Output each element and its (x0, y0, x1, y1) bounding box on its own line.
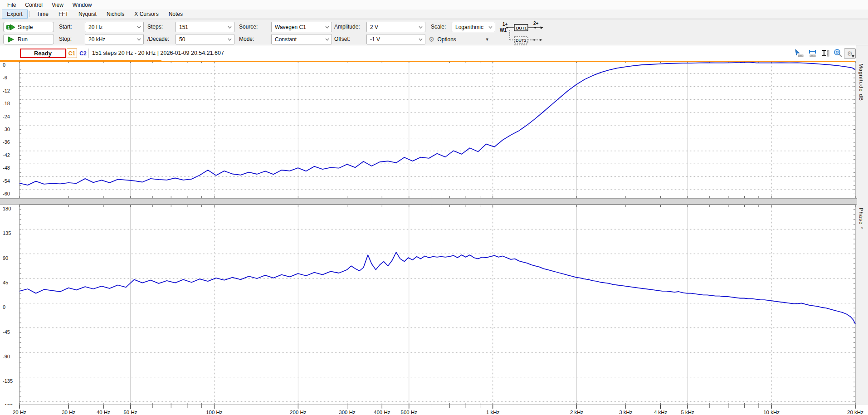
view-tab-bar: Export Time FFT Nyquist Nichols X Cursor… (0, 10, 868, 19)
chevron-down-icon (325, 26, 329, 29)
dut-w1-label: W1 (500, 28, 507, 33)
menu-control[interactable]: Control (20, 0, 47, 10)
phase-curve (20, 252, 855, 324)
plot-splitter-handle[interactable] (0, 198, 857, 205)
horizontal-ruler-icon[interactable] (807, 48, 818, 58)
y-tick-label: -48 (3, 165, 10, 171)
source-combobox[interactable]: Wavegen C1 (271, 22, 332, 32)
tab-nyquist[interactable]: Nyquist (73, 10, 102, 19)
dut-output-label: 2+ (533, 21, 539, 26)
steps-combobox[interactable]: 151 (176, 22, 234, 32)
magnitude-axis-title: Magnitude dB (858, 63, 864, 101)
stop-label: Stop: (59, 34, 72, 44)
single-button-label: Single (18, 24, 33, 30)
chevron-down-icon (419, 26, 423, 29)
x-tick-label: 20 Hz (13, 410, 26, 415)
chevron-down-icon (325, 38, 329, 41)
menu-bar: File Control View Window (0, 0, 868, 10)
y-tick-label: 45 (3, 280, 8, 285)
x-tick-label: 20 kHz (847, 410, 863, 415)
tab-nichols[interactable]: Nichols (102, 10, 129, 19)
y-tick-label: -135 (3, 378, 13, 384)
single-button[interactable]: 1 Single (3, 22, 54, 32)
options-label: Options (437, 36, 456, 43)
y-tick-label: -18 (3, 101, 10, 106)
channel1-toggle[interactable]: C1 (67, 49, 77, 58)
tab-export[interactable]: Export (2, 10, 28, 19)
offset-value: -1 V (370, 36, 380, 43)
y-tick-label: 90 (3, 255, 8, 261)
chevron-down-icon (419, 38, 423, 41)
frequency-axis: 20 Hz30 Hz40 Hz50 Hz100 Hz200 Hz300 Hz40… (0, 405, 868, 415)
stop-combobox[interactable]: 20 kHz (85, 34, 144, 44)
acquisition-toolbar: 1 Single Run Start: 20 Hz Steps: 151 Sou… (0, 19, 868, 45)
steps-value: 151 (179, 24, 188, 30)
x-tick-label: 5 kHz (681, 410, 694, 415)
amplitude-label: Amplitude: (334, 22, 360, 32)
status-bar: Ready C1 C2 151 steps 20 Hz - 20 kHz | 2… (0, 45, 868, 61)
y-tick-label: -60 (3, 191, 10, 196)
chevron-down-icon (228, 26, 232, 29)
y-tick-label: -36 (3, 139, 10, 145)
tab-time[interactable]: Time (32, 10, 54, 19)
start-value: 20 Hz (88, 24, 102, 30)
mode-label: Mode: (239, 34, 254, 44)
single-play-icon: 1 (6, 24, 15, 30)
options-button[interactable]: ⚙ Options ▼ (429, 34, 489, 44)
decade-label: /Decade: (147, 34, 169, 44)
x-tick-label: 4 kHz (654, 410, 668, 415)
x-tick-label: 100 Hz (206, 410, 223, 415)
decade-combobox[interactable]: 50 (176, 34, 234, 44)
chevron-down-icon (137, 26, 141, 29)
steps-label: Steps: (147, 22, 163, 32)
sweep-info-text: 151 steps 20 Hz - 20 kHz | 2026-01-09 20… (92, 49, 224, 58)
cursor-tool-icon[interactable] (794, 48, 805, 58)
x-tick-label: 10 kHz (763, 410, 780, 415)
chevron-down-icon (228, 38, 232, 41)
phase-axis-title: Phase ° (858, 208, 864, 229)
y-tick-label: -30 (3, 127, 10, 132)
menu-file[interactable]: File (3, 0, 20, 10)
stop-value: 20 kHz (88, 36, 105, 43)
scale-value: Logarithmic (455, 24, 483, 30)
magnitude-plot[interactable]: 0-6-12-18-24-30-36-42-48-54-60 (0, 61, 868, 198)
tab-x-cursors[interactable]: X Cursors (129, 10, 163, 19)
source-value: Wavegen C1 (275, 24, 306, 30)
svg-text:1: 1 (8, 25, 10, 29)
scale-combobox[interactable]: Logarithmic (452, 22, 495, 32)
x-tick-label: 200 Hz (290, 410, 307, 415)
run-play-icon (6, 36, 15, 43)
run-button[interactable]: Run (3, 34, 54, 44)
zoom-settings-icon[interactable] (833, 48, 844, 58)
offset-combobox[interactable]: -1 V (366, 34, 425, 44)
channel2-toggle[interactable]: C2 (78, 49, 89, 58)
y-tick-label: -54 (3, 178, 10, 184)
y-tick-label: 135 (3, 230, 11, 236)
start-combobox[interactable]: 20 Hz (85, 22, 144, 32)
menu-window[interactable]: Window (68, 0, 97, 10)
status-badge: Ready (20, 49, 66, 58)
x-tick-label: 300 Hz (339, 410, 356, 415)
y-tick-label: -42 (3, 152, 10, 158)
decade-value: 50 (179, 36, 185, 43)
x-tick-label: 50 Hz (123, 410, 137, 415)
y-tick-label: 180 (3, 206, 11, 211)
y-tick-label: 0 (3, 304, 5, 310)
tab-separator (29, 11, 30, 17)
amplitude-value: 2 V (370, 24, 378, 30)
plot-settings-button[interactable]: ⚙ (844, 48, 856, 59)
waveforms-network-analyzer-window: { "menu": { "items": ["File", "Control",… (0, 0, 868, 415)
x-tick-label: 500 Hz (401, 410, 418, 415)
phase-plot[interactable]: 18013590450-45-90-135-180 (0, 205, 868, 405)
menu-view[interactable]: View (47, 0, 68, 10)
tab-notes[interactable]: Notes (164, 10, 188, 19)
mode-combobox[interactable]: Constant (271, 34, 332, 44)
tab-fft[interactable]: FFT (54, 10, 73, 19)
mode-value: Constant (275, 36, 297, 43)
magnitude-curve (20, 62, 855, 185)
amplitude-combobox[interactable]: 2 V (366, 22, 425, 32)
vertical-ruler-icon[interactable] (820, 48, 831, 58)
status-text: Ready (34, 50, 52, 57)
y-tick-label: -6 (3, 75, 7, 80)
gear-icon: ⚙ (429, 36, 434, 43)
